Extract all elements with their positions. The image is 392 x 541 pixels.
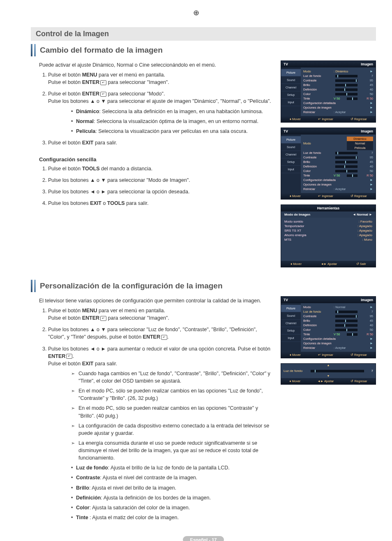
manual-page: ⊕ Control de la Imagen Cambio del format… [8, 0, 384, 541]
osd-source: TV [284, 62, 288, 66]
accent-stripe [34, 44, 36, 56]
definition-item: Color: Ajusta la saturación del color de… [71, 504, 273, 511]
subsection-header: Cambio del formato de la imagen [31, 44, 376, 56]
osd-panel-picture-normal: TVImagen Picture Sound Channel Setup Inp… [281, 296, 376, 358]
page-number-badge: Español - 17 [31, 536, 376, 541]
osd-tools-title: Herramientas [281, 205, 376, 211]
osd-side-input: Input [281, 99, 301, 106]
note-item: En el modo PC, sólo se pueden realizar c… [71, 387, 273, 402]
step-item: Pulse el botón MENU para ver el menú en … [48, 307, 273, 322]
step-item: Pulse el botón MENU para ver el menú en … [48, 71, 273, 86]
osd-panel-mode-select: TVImagen Picture Sound Channel Setup Inp… [281, 128, 376, 200]
easy-config-steps: Pulse el botón TOOLS del mando a distanc… [41, 165, 273, 207]
step-item: Pulse el botón EXIT para salir. [48, 139, 273, 146]
notes-list: Cuando haga cambios en "Luz de fondo", "… [55, 370, 273, 462]
mode-definitions: Dinámico: Selecciona la alta definición … [55, 108, 273, 135]
enter-icon: ↵ [100, 80, 106, 85]
osd-side-setup: Setup [281, 91, 301, 99]
steps-list: Pulse el botón MENU para ver el menú en … [41, 307, 273, 521]
definition-item: Normal: Selecciona la visualización ópti… [71, 118, 273, 125]
chevron-right-icon: ► [370, 110, 373, 114]
enter-icon: ↵ [100, 92, 106, 97]
section-header: Control de la Imagen [31, 27, 376, 41]
step-item: Pulse los botones ◄ o ► para seleccionar… [48, 188, 273, 195]
definitions-list: Luz de fondo: Ajusta el brillo de la luz… [55, 464, 273, 521]
definition-item: Definición: Ajusta la definición de los … [71, 494, 273, 502]
osd-side-picture: Picture [281, 69, 301, 77]
definition-item: Contraste: Ajusta el nivel del contraste… [71, 474, 273, 481]
return-hint: ↺ Regresar [350, 117, 367, 121]
osd-footer: ♦ Mover ↵ Ingresar ↺ Regresar [281, 116, 376, 122]
note-item: Cuando haga cambios en "Luz de fondo", "… [71, 370, 273, 385]
definition-item: Dinámico: Selecciona la alta definición … [71, 108, 273, 115]
content-column: El televisor tiene varias opciones de co… [31, 296, 273, 525]
osd-side-sound: Sound [281, 77, 301, 84]
enter-hint: ↵ Ingresar [318, 117, 333, 121]
step-item: Pulse el botón TOOLS del mando a distanc… [48, 165, 273, 172]
easy-config-title: Configuración sencilla [39, 156, 273, 163]
step-item: Pulse los botones ▲ o ▼ para seleccionar… [48, 176, 273, 184]
step-item: Pulse los botones ▲ o ▼ para seleccionar… [48, 326, 273, 341]
chevron-right-icon: ► [370, 70, 373, 73]
enter-icon: ↵ [161, 335, 167, 340]
enter-icon: ↵ [66, 354, 72, 359]
osd-title: Imagen [361, 62, 373, 66]
osd-side-channel: Channel [281, 84, 301, 91]
intro-text: Puede activar el ajuste Dinámico, Normal… [39, 62, 273, 68]
definition-item: Brillo: Ajusta el nivel del brillo de la… [71, 484, 273, 492]
subsection-title: Personalización de la configuración de l… [40, 280, 223, 292]
osd-column: TVImagen Picture Sound Channel Setup Inp… [281, 296, 376, 525]
content-column: Puede activar el ajuste Dinámico, Normal… [31, 60, 273, 267]
chevron-right-icon: ► [370, 101, 373, 105]
down-arrow-icon: ▼ [281, 374, 376, 378]
definition-item: Tinte : Ajusta el matiz del color de la … [71, 514, 273, 521]
move-hint: ♦ Mover [290, 117, 301, 121]
note-item: La configuración de cada dispositivo ext… [71, 422, 273, 437]
osd-panel-picture: TVImagen Picture Sound Channel Setup Inp… [281, 60, 376, 123]
definition-item: Película: Selecciona la visualización pa… [71, 128, 273, 135]
step-item: Pulse los botones EXIT o TOOLS para sali… [48, 200, 273, 207]
osd-backlight-slider: ▲ Luz de fondo 7 ▼ ♦ Mover ◄► Ajustar ↺ … [281, 363, 376, 385]
registration-mark-icon: ⊕ [193, 8, 199, 17]
note-item: En el modo PC, sólo se pueden realizar c… [71, 404, 273, 419]
section-title: Control de la Imagen [36, 30, 371, 38]
subsection-title: Cambio del formato de la imagen [40, 44, 163, 56]
definition-item: Luz de fondo: Ajusta el brillo de la luz… [71, 464, 273, 471]
note-item: La energía consumida durante el uso se p… [71, 439, 273, 462]
step-item: Pulse el botón ENTER↵ para seleccionar "… [48, 90, 273, 135]
up-arrow-icon: ▲ [281, 364, 376, 367]
intro-text: El televisor tiene varias opciones de co… [39, 298, 273, 304]
osd-sidebar: Picture Sound Channel Setup Input [281, 67, 301, 116]
step-item: Pulse los botones ◄ o ► para aumentar o … [48, 345, 273, 522]
subsection-header: Personalización de la configuración de l… [31, 280, 376, 292]
chevron-right-icon: ► [370, 106, 373, 109]
enter-icon: ↵ [100, 316, 106, 321]
osd-body: Modo: Dinámico► Luz de fondo7 Contraste9… [301, 67, 376, 116]
osd-tools-panel: Herramientas Modo de Imagen◄ Normal ► Mo… [281, 204, 376, 267]
osd-column: TVImagen Picture Sound Channel Setup Inp… [281, 60, 376, 267]
osd-mode-options: Dinámico Normal Película [347, 137, 373, 150]
steps-list: Pulse el botón MENU para ver el menú en … [41, 71, 273, 146]
accent-stripe [31, 44, 32, 56]
